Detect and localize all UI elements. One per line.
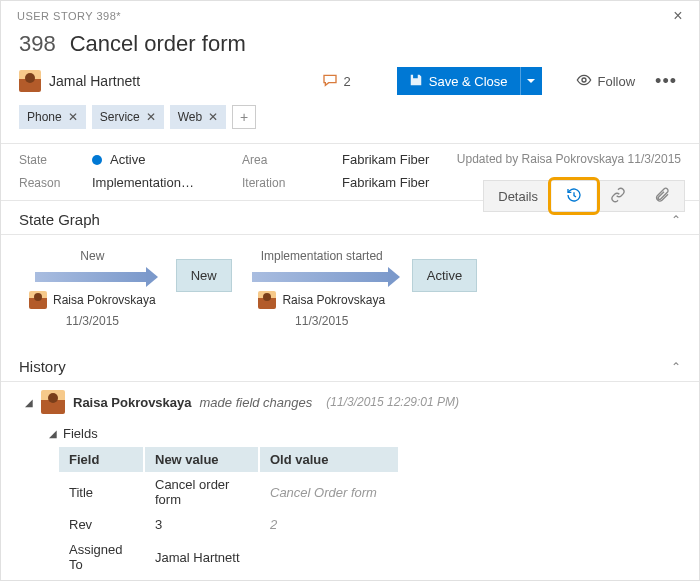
reason-value[interactable]: Implementation… bbox=[92, 175, 222, 190]
tag-item[interactable]: Web ✕ bbox=[170, 105, 226, 129]
assignee-name[interactable]: Jamal Hartnett bbox=[49, 73, 140, 89]
fields-table: Field New value Old value Title Cancel o… bbox=[59, 447, 400, 577]
area-value[interactable]: Fabrikam Fiber bbox=[342, 152, 429, 167]
state-graph-heading: State Graph bbox=[19, 211, 100, 228]
expand-icon[interactable]: ◢ bbox=[49, 428, 57, 439]
comments-button[interactable]: 2 bbox=[322, 72, 351, 91]
workitem-id: 398 bbox=[19, 31, 56, 57]
tag-remove-icon[interactable]: ✕ bbox=[208, 110, 218, 124]
tab-attachments[interactable] bbox=[640, 181, 684, 211]
state-graph: New Raisa Pokrovskaya 11/3/2015 New Impl… bbox=[1, 235, 699, 348]
tab-links[interactable] bbox=[596, 181, 640, 211]
history-heading: History bbox=[19, 358, 66, 375]
comments-count: 2 bbox=[344, 74, 351, 89]
col-new: New value bbox=[144, 447, 259, 472]
history-icon bbox=[566, 187, 582, 206]
table-row: Title Cancel order form Cancel Order for… bbox=[59, 472, 399, 512]
workitem-title[interactable]: Cancel order form bbox=[70, 31, 246, 57]
table-row: Assigned To Jamal Hartnett bbox=[59, 537, 399, 577]
state-node: Active bbox=[412, 259, 477, 292]
avatar bbox=[258, 291, 276, 309]
state-field[interactable]: Active bbox=[92, 152, 222, 167]
expand-icon[interactable]: ◢ bbox=[25, 397, 33, 408]
col-old: Old value bbox=[259, 447, 399, 472]
collapse-icon[interactable]: ⌃ bbox=[671, 360, 681, 374]
eye-icon bbox=[576, 72, 592, 91]
chevron-down-icon bbox=[526, 74, 536, 89]
state-node: New bbox=[176, 259, 232, 292]
col-field: Field bbox=[59, 447, 144, 472]
table-row: Rev 3 2 bbox=[59, 512, 399, 537]
tag-item[interactable]: Service ✕ bbox=[92, 105, 164, 129]
transition-label: New bbox=[80, 249, 104, 263]
svg-point-0 bbox=[582, 78, 586, 82]
state-label: State bbox=[19, 153, 74, 167]
link-icon bbox=[610, 187, 626, 206]
state-dot-icon bbox=[92, 155, 102, 165]
save-and-close-button[interactable]: Save & Close bbox=[397, 67, 520, 95]
arrow-icon bbox=[252, 272, 392, 282]
history-entry[interactable]: ◢ Raisa Pokrovskaya made field changes (… bbox=[1, 382, 699, 418]
fields-label: Fields bbox=[63, 426, 98, 441]
transition-label: Implementation started bbox=[261, 249, 383, 263]
window-type-label: USER STORY 398* bbox=[17, 10, 121, 22]
save-dropdown-button[interactable] bbox=[520, 67, 542, 95]
save-icon bbox=[409, 73, 423, 90]
close-icon[interactable]: × bbox=[669, 7, 687, 25]
tab-details[interactable]: Details bbox=[484, 181, 552, 211]
tab-history[interactable] bbox=[552, 181, 596, 211]
collapse-icon[interactable]: ⌃ bbox=[671, 213, 681, 227]
more-actions-button[interactable]: ••• bbox=[651, 71, 681, 92]
avatar bbox=[41, 390, 65, 414]
area-label: Area bbox=[242, 153, 302, 167]
iteration-label: Iteration bbox=[242, 176, 302, 190]
iteration-value[interactable]: Fabrikam Fiber bbox=[342, 175, 429, 190]
arrow-icon bbox=[35, 272, 150, 282]
tag-remove-icon[interactable]: ✕ bbox=[146, 110, 156, 124]
follow-button[interactable]: Follow bbox=[568, 72, 644, 91]
avatar bbox=[29, 291, 47, 309]
assignee-avatar[interactable] bbox=[19, 70, 41, 92]
tag-item[interactable]: Phone ✕ bbox=[19, 105, 86, 129]
add-tag-button[interactable]: + bbox=[232, 105, 256, 129]
updated-by-text: Updated by Raisa Pokrovskaya 11/3/2015 bbox=[457, 152, 681, 166]
reason-label: Reason bbox=[19, 176, 74, 190]
comment-icon bbox=[322, 72, 338, 91]
tag-remove-icon[interactable]: ✕ bbox=[68, 110, 78, 124]
attachment-icon bbox=[654, 187, 670, 206]
